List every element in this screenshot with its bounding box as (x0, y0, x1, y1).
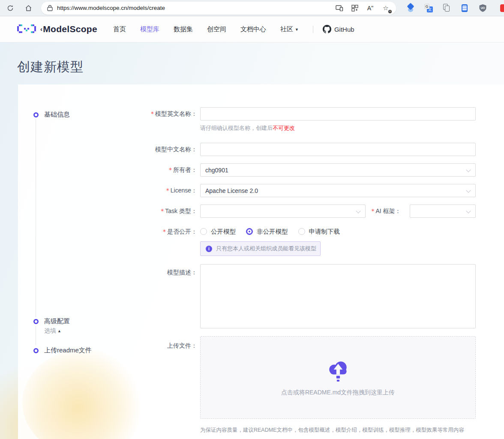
read-aloud-icon[interactable]: Aʺ (366, 4, 375, 12)
visibility-radio-group: 公开模型 非公开模型 申请制下载 (200, 228, 476, 235)
model-cn-name-label: 模型中文名称： (18, 143, 200, 156)
github-icon (323, 25, 331, 33)
cloud-upload-icon (327, 359, 349, 383)
extensions-row: 文G UO (406, 4, 487, 12)
dropzone-text: 点击或将README.md文件拖拽到这里上传 (281, 389, 395, 397)
visibility-info-text: 只有您本人或相关组织成员能看见该模型 (216, 245, 316, 253)
row-task-framework: *Task 类型： *AI 框架： (18, 204, 504, 218)
ai-framework-select[interactable] (410, 204, 476, 218)
radio-icon (298, 228, 305, 235)
row-upload: 上传文件： 点击或将README.md文件拖拽到这里上传 为保 (18, 336, 504, 434)
copy-pages-icon[interactable] (442, 4, 451, 12)
license-value: Apache License 2.0 (205, 187, 258, 194)
owner-value: chg0901 (205, 167, 228, 174)
github-label: GitHub (334, 26, 354, 33)
row-model-en-name: *模型英文名称： 请仔细确认模型名称，创建后不可更改 (18, 107, 504, 132)
nav-docs[interactable]: 文档中心 (240, 25, 266, 33)
ai-framework-label: *AI 框架： (371, 207, 404, 215)
page-title: 创建新模型 (17, 58, 84, 76)
license-select[interactable]: Apache License 2.0 (200, 184, 476, 197)
info-icon: i (206, 246, 212, 252)
row-owner: *所有者： chg0901 (18, 163, 504, 177)
radio-checked-icon (246, 228, 253, 235)
model-cn-name-input[interactable] (200, 143, 476, 156)
chevron-down-icon (467, 168, 471, 171)
modelscope-logo-mark (17, 24, 36, 34)
refresh-button[interactable] (4, 2, 16, 14)
chevron-down-icon (357, 209, 360, 213)
nav-divider (313, 26, 313, 33)
readme-content-hint: 为保证内容质量，建议README文档中，包含模型概述，模型介绍，模型训练，模型推… (200, 427, 476, 434)
chevron-down-icon (467, 188, 471, 192)
nav-datasets[interactable]: 数据集 (174, 25, 193, 33)
ublock-shield-icon[interactable]: UO (478, 4, 487, 12)
row-visibility: *是否公开： 公开模型 非公开模型 申请制下载 i 只有您本人或相关组织成员能看… (18, 228, 504, 256)
send-to-devices-icon[interactable] (335, 4, 344, 12)
favorite-add-icon[interactable]: ☆+ (381, 4, 390, 12)
row-description: 模型描述： (18, 264, 504, 330)
url-text[interactable]: https://www.modelscope.cn/models/create (57, 5, 335, 11)
svg-text:UO: UO (480, 6, 485, 9)
form-card: 基础信息 高级配置 选填▲ 上传readme文件 *模型英文名称： 请仔细确认模… (18, 84, 504, 439)
license-label: *License： (18, 184, 200, 197)
chevron-down-icon: ▼ (295, 27, 299, 32)
nav-models[interactable]: 模型库 (140, 25, 159, 33)
address-bar[interactable]: https://www.modelscope.cn/models/create … (41, 2, 396, 15)
main-nav: 首页 模型库 数据集 创空间 文档中心 社区▼ (113, 25, 299, 33)
readme-dropzone[interactable]: 点击或将README.md文件拖拽到这里上传 (200, 336, 476, 419)
apps-grid-icon[interactable] (351, 4, 359, 12)
nav-community[interactable]: 社区▼ (280, 25, 299, 33)
radio-icon (200, 228, 207, 235)
description-label: 模型描述： (18, 264, 200, 330)
create-model-form: *模型英文名称： 请仔细确认模型名称，创建后不可更改 模型中文名称： *所有者：… (18, 84, 504, 434)
model-name-hint: 请仔细确认模型名称，创建后不可更改 (200, 124, 476, 132)
upload-label: 上传文件： (18, 336, 200, 434)
row-model-cn-name: 模型中文名称： (18, 143, 504, 156)
owner-label: *所有者： (18, 163, 200, 177)
row-license: *License： Apache License 2.0 (18, 184, 504, 197)
owner-select[interactable]: chg0901 (200, 163, 476, 177)
browser-toolbar: https://www.modelscope.cn/models/create … (0, 0, 504, 16)
site-header: ‹ModelScope 首页 模型库 数据集 创空间 文档中心 社区▼ GitH… (0, 16, 504, 42)
model-description-textarea[interactable] (200, 264, 476, 328)
home-icon (25, 5, 32, 12)
model-en-name-input[interactable] (200, 107, 476, 120)
home-button[interactable] (22, 2, 34, 14)
create-model-page: 创建新模型 基础信息 高级配置 选填▲ 上传readme文件 *模型英文名称： … (0, 42, 504, 439)
lock-icon (47, 5, 53, 11)
task-type-select[interactable] (200, 204, 366, 218)
translate-extension-icon[interactable]: 文G (424, 4, 433, 12)
radio-request-download[interactable]: 申请制下载 (298, 228, 340, 236)
modelscope-wordmark: ‹ModelScope (40, 24, 97, 34)
model-en-name-label: *模型英文名称： (18, 107, 200, 132)
visibility-label: *是否公开： (18, 228, 200, 256)
github-link[interactable]: GitHub (323, 25, 354, 33)
extension-diamond-icon[interactable] (406, 4, 415, 12)
visibility-info-alert: i 只有您本人或相关组织成员能看见该模型 (200, 241, 321, 256)
extension-red-icon[interactable] (500, 4, 504, 12)
radio-private-model[interactable]: 非公开模型 (246, 228, 288, 236)
radio-public-model[interactable]: 公开模型 (200, 228, 236, 236)
task-type-label: *Task 类型： (18, 204, 200, 218)
modelscope-logo[interactable]: ‹ModelScope (17, 24, 97, 34)
nav-home[interactable]: 首页 (113, 25, 126, 33)
nav-studios[interactable]: 创空间 (207, 25, 226, 33)
refresh-icon (7, 5, 14, 12)
chevron-down-icon (467, 209, 471, 213)
hint-immutable: 不可更改 (273, 125, 295, 131)
reader-extension-icon[interactable] (460, 4, 469, 12)
